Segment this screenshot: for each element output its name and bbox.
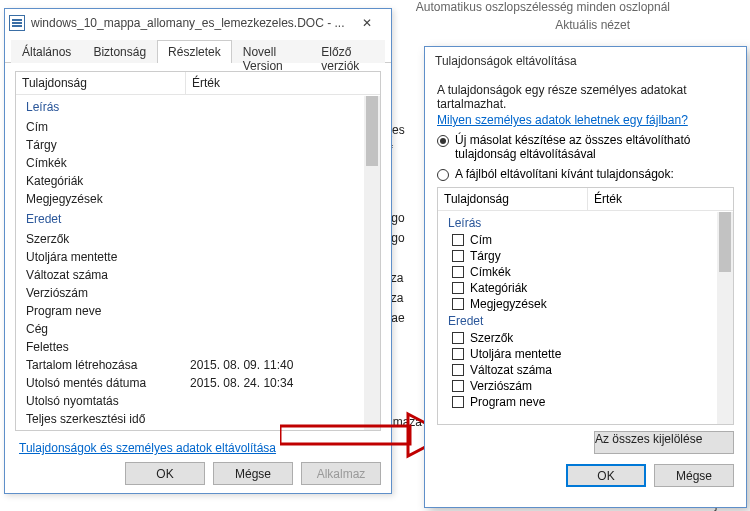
bg-ribbon-group: Aktuális nézet bbox=[555, 18, 630, 32]
remove-list: Tulajdonság Érték Leírás Cím Tárgy Címké… bbox=[437, 187, 734, 425]
properties-titlebar[interactable]: windows_10_mappa_allomany_es_lemezkezele… bbox=[5, 9, 391, 37]
detail-row: Felettes bbox=[16, 338, 364, 356]
remove-header-value[interactable]: Érték bbox=[588, 188, 628, 210]
remove-item: Verziószám bbox=[444, 378, 711, 394]
remove-title: Tulajdonságok eltávolítása bbox=[435, 54, 577, 68]
checkbox-icon[interactable] bbox=[452, 364, 464, 376]
apply-button[interactable]: Alkalmaz bbox=[301, 462, 381, 485]
checkbox-icon[interactable] bbox=[452, 380, 464, 392]
details-scrollbar[interactable] bbox=[364, 96, 380, 430]
remove-header-property[interactable]: Tulajdonság bbox=[438, 188, 588, 210]
select-all-button[interactable]: Az összes kijelölése bbox=[594, 431, 734, 454]
close-button[interactable]: ✕ bbox=[347, 12, 387, 34]
checkbox-icon[interactable] bbox=[452, 234, 464, 246]
remove-item: Cím bbox=[444, 232, 711, 248]
remove-info: A tulajdonságok egy része személyes adat… bbox=[437, 83, 734, 111]
remove-ok-button[interactable]: OK bbox=[566, 464, 646, 487]
tab-security[interactable]: Biztonság bbox=[82, 40, 157, 63]
tab-previous-versions[interactable]: Előző verziók bbox=[310, 40, 385, 63]
checkbox-icon[interactable] bbox=[452, 250, 464, 262]
checkbox-icon[interactable] bbox=[452, 266, 464, 278]
remove-scrollbar[interactable] bbox=[717, 212, 733, 424]
remove-item: Szerzők bbox=[444, 330, 711, 346]
detail-row: Tartalom létrehozása2015. 08. 09. 11:40 bbox=[16, 356, 364, 374]
details-list[interactable]: Leírás Cím Tárgy Címkék Kategóriák Megje… bbox=[16, 96, 364, 430]
radio-select-props[interactable]: A fájlból eltávolítani kívánt tulajdonsá… bbox=[437, 167, 734, 181]
details-header-value[interactable]: Érték bbox=[186, 72, 226, 94]
remove-item: Kategóriák bbox=[444, 280, 711, 296]
group-description: Leírás bbox=[16, 96, 364, 118]
checkbox-icon[interactable] bbox=[452, 332, 464, 344]
remove-titlebar[interactable]: Tulajdonságok eltávolítása bbox=[425, 47, 746, 75]
detail-row: Teljes szerkesztési idő bbox=[16, 410, 364, 428]
remove-item: Címkék bbox=[444, 264, 711, 280]
remove-group-origin: Eredet bbox=[444, 312, 711, 330]
remove-item: Program neve bbox=[444, 394, 711, 410]
remove-group-description: Leírás bbox=[444, 214, 711, 232]
detail-row: Kategóriák bbox=[16, 172, 364, 190]
detail-row: Utolsó mentés dátuma2015. 08. 24. 10:34 bbox=[16, 374, 364, 392]
remove-cancel-button[interactable]: Mégse bbox=[654, 464, 734, 487]
remove-properties-dialog: Tulajdonságok eltávolítása A tulajdonság… bbox=[424, 46, 747, 508]
remove-item: Változat száma bbox=[444, 362, 711, 378]
radio-create-copy-label: Új másolat készítése az összes eltávolít… bbox=[455, 133, 734, 161]
doc-icon bbox=[9, 15, 25, 31]
bg-ribbon-text: Automatikus oszlopszélesség minden oszlo… bbox=[416, 0, 670, 14]
group-origin: Eredet bbox=[16, 208, 364, 230]
details-header: Tulajdonság Érték bbox=[16, 72, 380, 95]
tab-novell[interactable]: Novell Version bbox=[232, 40, 311, 63]
details-header-property[interactable]: Tulajdonság bbox=[16, 72, 186, 94]
detail-row: Címkék bbox=[16, 154, 364, 172]
remove-properties-link[interactable]: Tulajdonságok és személyes adatok eltávo… bbox=[19, 441, 276, 455]
radio-icon bbox=[437, 169, 449, 181]
details-panel: Tulajdonság Érték Leírás Cím Tárgy Címké… bbox=[15, 71, 381, 431]
remove-listbody[interactable]: Leírás Cím Tárgy Címkék Kategóriák Megje… bbox=[438, 212, 717, 424]
properties-buttons: OK Mégse Alkalmaz bbox=[125, 462, 381, 485]
detail-row: Szerzők bbox=[16, 230, 364, 248]
checkbox-icon[interactable] bbox=[452, 282, 464, 294]
detail-row: Tárgy bbox=[16, 136, 364, 154]
detail-row: Cím bbox=[16, 118, 364, 136]
remove-item: Megjegyzések bbox=[444, 296, 711, 312]
radio-create-copy[interactable]: Új másolat készítése az összes eltávolít… bbox=[437, 133, 734, 161]
ok-button[interactable]: OK bbox=[125, 462, 205, 485]
properties-tabstrip: Általános Biztonság Részletek Novell Ver… bbox=[5, 39, 391, 63]
checkbox-icon[interactable] bbox=[452, 298, 464, 310]
radio-select-props-label: A fájlból eltávolítani kívánt tulajdonsá… bbox=[455, 167, 734, 181]
detail-row: Utolsó nyomtatás bbox=[16, 392, 364, 410]
remove-item: Utoljára mentette bbox=[444, 346, 711, 362]
properties-title: windows_10_mappa_allomany_es_lemezkezele… bbox=[31, 16, 347, 30]
scrollbar-thumb[interactable] bbox=[366, 96, 378, 166]
detail-row: Változat száma bbox=[16, 266, 364, 284]
scrollbar-thumb[interactable] bbox=[719, 212, 731, 272]
remove-info-link[interactable]: Milyen személyes adatok lehetnek egy fáj… bbox=[437, 113, 688, 127]
tab-details[interactable]: Részletek bbox=[157, 40, 232, 63]
detail-row: Verziószám bbox=[16, 284, 364, 302]
detail-row: Program neve bbox=[16, 302, 364, 320]
tab-general[interactable]: Általános bbox=[11, 40, 82, 63]
remove-item: Tárgy bbox=[444, 248, 711, 264]
cancel-button[interactable]: Mégse bbox=[213, 462, 293, 485]
detail-row: Cég bbox=[16, 320, 364, 338]
checkbox-icon[interactable] bbox=[452, 348, 464, 360]
radio-icon bbox=[437, 135, 449, 147]
checkbox-icon[interactable] bbox=[452, 396, 464, 408]
detail-row: Megjegyzések bbox=[16, 190, 364, 208]
detail-row: Utoljára mentette bbox=[16, 248, 364, 266]
properties-dialog: windows_10_mappa_allomany_es_lemezkezele… bbox=[4, 8, 392, 494]
close-icon: ✕ bbox=[362, 16, 372, 30]
